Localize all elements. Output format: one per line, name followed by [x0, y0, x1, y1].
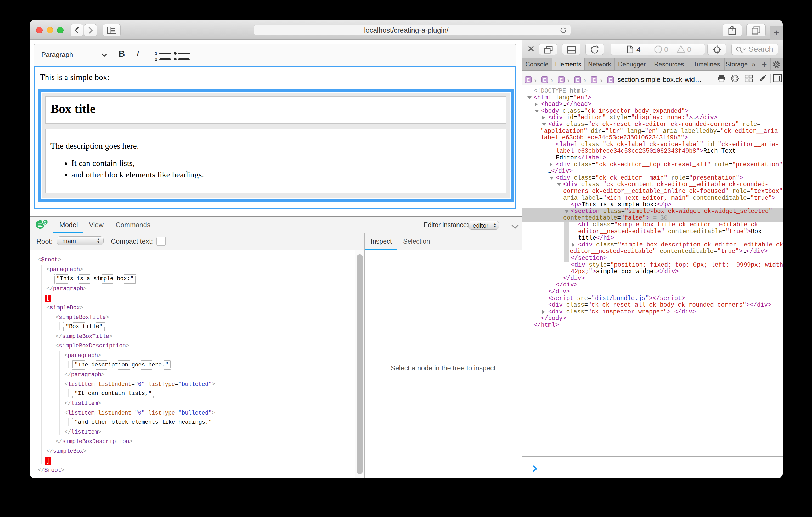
- svg-text:2: 2: [155, 57, 157, 62]
- svg-text:1: 1: [155, 51, 157, 56]
- svg-text:!: !: [658, 47, 659, 52]
- svg-text:!: !: [680, 48, 682, 53]
- svg-text:5: 5: [44, 220, 46, 224]
